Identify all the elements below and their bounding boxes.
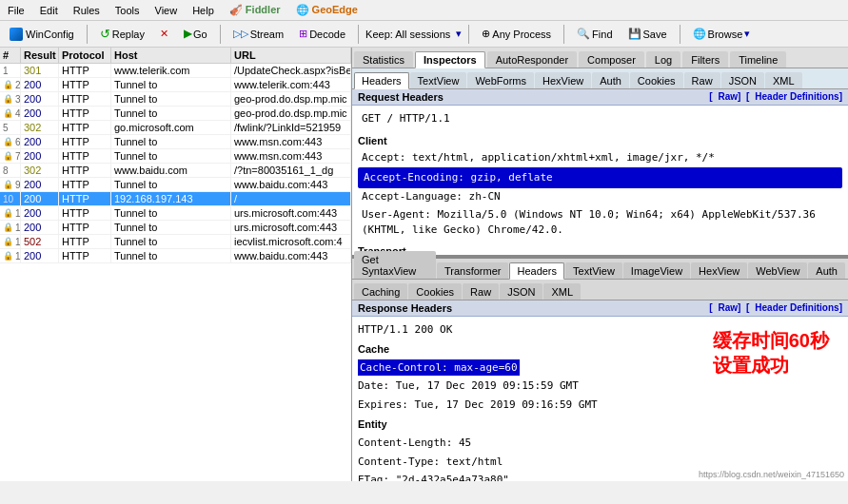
session-row[interactable]: 🔒 14 200 HTTP Tunnel to www.baidu.com:44…: [0, 249, 351, 263]
cell-protocol: HTTP: [59, 221, 111, 234]
cell-num: 🔒 14: [0, 249, 21, 262]
cell-result: 200: [21, 92, 59, 106]
req-tab-cookies[interactable]: Cookies: [630, 72, 683, 88]
menu-edit[interactable]: Edit: [36, 4, 62, 17]
stream-button[interactable]: ▷▷ Stream: [227, 25, 289, 43]
resp-tab-transformer[interactable]: Transformer: [437, 262, 509, 279]
resp-tab2-caching[interactable]: Caching: [354, 283, 407, 300]
req-header-def-link[interactable]: Header Definitions: [755, 91, 838, 102]
cell-url: urs.microsoft.com:443: [231, 206, 351, 220]
cell-result: 200: [21, 78, 59, 91]
session-row[interactable]: 🔒 12 200 HTTP Tunnel to urs.microsoft.co…: [0, 221, 351, 235]
session-row[interactable]: 🔒 13 502 HTTP Tunnel to iecvlist.microso…: [0, 235, 351, 249]
cell-num: 🔒 13: [0, 235, 21, 248]
session-row[interactable]: 8 302 HTTP www.baidu.com /?tn=80035161_1…: [0, 164, 351, 178]
menu-help[interactable]: Help: [188, 4, 218, 17]
req-tab-headers[interactable]: Headers: [354, 72, 409, 89]
cell-url: urs.microsoft.com:443: [231, 221, 351, 234]
resp-headers-links: [Raw] [Header Definitions]: [709, 302, 842, 314]
top-tab-composer[interactable]: Composer: [579, 51, 644, 68]
resp-tab-webview[interactable]: WebView: [748, 262, 807, 279]
req-tab-xml[interactable]: XML: [765, 72, 802, 88]
resp-tab-hexview[interactable]: HexView: [691, 262, 747, 279]
browse-button[interactable]: 🌐 Browse ▾: [687, 25, 757, 43]
resp-group-title: Entity: [358, 417, 842, 434]
cell-protocol: HTTP: [59, 249, 111, 262]
toolbar-separator-1: [87, 25, 88, 44]
menu-view[interactable]: View: [151, 4, 182, 17]
col-header-url: URL: [231, 48, 351, 63]
session-list[interactable]: 1 301 HTTP www.telerik.com /UpdateCheck.…: [0, 64, 351, 481]
go-icon: ▶: [184, 28, 191, 40]
response-headers-content-area: HTTP/1.1 200 OK CacheCache-Control: max-…: [352, 317, 848, 482]
resp-tab-textview[interactable]: TextView: [565, 262, 622, 279]
resp-header-def-link[interactable]: Header Definitions: [755, 302, 838, 313]
req-raw-link[interactable]: Raw: [719, 91, 739, 102]
remove-button[interactable]: ✕: [154, 25, 174, 43]
top-tab-statistics[interactable]: Statistics: [354, 51, 413, 68]
resp-tab2-cookies[interactable]: Cookies: [408, 283, 462, 300]
resp-tab-auth[interactable]: Auth: [808, 262, 845, 279]
req-inspector-tabs: HeadersTextViewWebFormsHexViewAuthCookie…: [352, 68, 848, 89]
menu-tools[interactable]: Tools: [111, 4, 144, 17]
top-tab-log[interactable]: Log: [646, 51, 680, 68]
cell-num: 8: [0, 164, 21, 177]
menu-geoedge[interactable]: 🌐 GeoEdge: [292, 3, 362, 17]
find-button[interactable]: 🔍 Find: [571, 25, 618, 43]
winconfig-button[interactable]: WinConfig: [4, 25, 80, 44]
cell-host: Tunnel to: [111, 178, 231, 191]
req-headers-links: [Raw] [Header Definitions]: [709, 91, 842, 103]
resp-tab-get-syntaxview[interactable]: Get SyntaxView: [354, 251, 436, 279]
resp-tab-headers[interactable]: Headers: [509, 262, 564, 280]
cell-result: 200: [21, 221, 59, 234]
resp-tab-imageview[interactable]: ImageView: [623, 262, 690, 279]
req-tab-hexview[interactable]: HexView: [535, 72, 591, 88]
cell-url: www.baidu.com:443: [231, 178, 351, 191]
session-row[interactable]: 🔒 4 200 HTTP Tunnel to geo-prod.do.dsp.m…: [0, 107, 351, 121]
cell-num: 10: [0, 192, 21, 205]
session-row[interactable]: 🔒 3 200 HTTP Tunnel to geo-prod.do.dsp.m…: [0, 92, 351, 107]
top-tab-autoresponder[interactable]: AutoResponder: [487, 51, 577, 68]
resp-header-line: Cache-Control: max-age=60: [358, 359, 842, 378]
decode-button[interactable]: ⊞ Decode: [293, 25, 351, 43]
resp-status-line: HTTP/1.1 200 OK: [358, 320, 842, 339]
req-tab-json[interactable]: JSON: [721, 72, 764, 88]
session-row[interactable]: 1 301 HTTP www.telerik.com /UpdateCheck.…: [0, 64, 351, 78]
req-tab-auth[interactable]: Auth: [592, 72, 629, 88]
menu-rules[interactable]: Rules: [69, 4, 104, 17]
any-process-button[interactable]: ⊕ Any Process: [476, 25, 557, 43]
req-header-line: Accept: text/html, application/xhtml+xml…: [358, 149, 842, 167]
cell-protocol: HTTP: [59, 78, 111, 91]
menu-fiddler[interactable]: 🎻 Fiddler: [226, 3, 285, 17]
resp-tab2-json[interactable]: JSON: [500, 283, 542, 300]
top-tab-filters[interactable]: Filters: [682, 51, 728, 68]
req-tab-raw[interactable]: Raw: [684, 72, 720, 88]
session-row[interactable]: 🔒 9 200 HTTP Tunnel to www.baidu.com:443: [0, 178, 351, 192]
cell-url: iecvlist.microsoft.com:4: [231, 235, 351, 248]
session-row[interactable]: 🔒 6 200 HTTP Tunnel to www.msn.com:443: [0, 135, 351, 149]
cell-result: 200: [21, 249, 59, 262]
menu-file[interactable]: File: [4, 4, 29, 17]
session-row[interactable]: 10 200 HTTP 192.168.197.143 /: [0, 192, 351, 206]
resp-raw-link[interactable]: Raw: [719, 302, 739, 313]
session-row[interactable]: 🔒 7 200 HTTP Tunnel to www.msn.com:443: [0, 149, 351, 164]
save-button[interactable]: 💾 Save: [622, 25, 673, 43]
replay-button[interactable]: ↺ Replay: [94, 24, 150, 44]
go-button[interactable]: ▶ Go: [178, 25, 213, 43]
resp-tab-bar-2: CachingCookiesRawJSONXML: [352, 280, 848, 300]
session-row[interactable]: 5 302 HTTP go.microsoft.com /fwlink/?Lin…: [0, 121, 351, 135]
req-tab-webforms[interactable]: WebForms: [467, 72, 534, 88]
resp-tab2-raw[interactable]: Raw: [463, 283, 499, 300]
resp-tab2-xml[interactable]: XML: [543, 283, 581, 300]
req-tab-textview[interactable]: TextView: [410, 72, 467, 88]
keep-dropdown[interactable]: ▾: [456, 28, 462, 40]
cell-result: 502: [21, 235, 59, 248]
session-table-header: # Result Protocol Host URL: [0, 48, 351, 64]
session-row[interactable]: 🔒 2 200 HTTP Tunnel to www.telerik.com:4…: [0, 78, 351, 92]
req-line: GET / HTTP/1.1: [358, 109, 842, 129]
top-tab-inspectors[interactable]: Inspectors: [415, 51, 485, 68]
cell-num: 🔒 9: [0, 178, 21, 191]
session-row[interactable]: 🔒 11 200 HTTP Tunnel to urs.microsoft.co…: [0, 206, 351, 221]
top-tab-timeline[interactable]: Timeline: [730, 51, 786, 68]
req-header-line: Accept-Language: zh-CN: [358, 188, 842, 206]
